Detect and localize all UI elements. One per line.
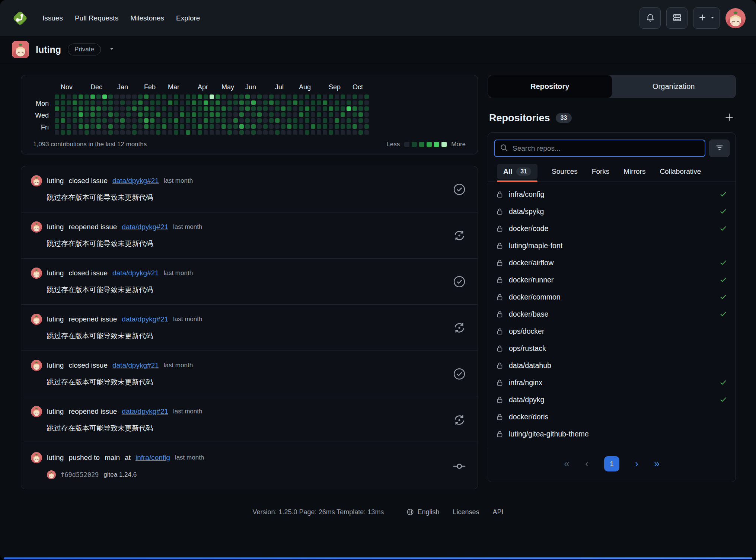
heatmap-cell — [156, 95, 160, 99]
view-tab-organization[interactable]: Organization — [612, 75, 736, 98]
repo-row[interactable]: ops/docker — [490, 323, 733, 340]
feed-item: lutingpushed tomainatinfra/configlast mo… — [21, 443, 478, 489]
feed-username[interactable]: luting — [47, 454, 64, 462]
heatmap-cell — [79, 130, 83, 135]
feed-user-avatar[interactable] — [31, 175, 42, 186]
issue-closed-icon — [452, 275, 466, 289]
profile-dropdown-caret-icon[interactable] — [109, 46, 114, 53]
heatmap-cell — [61, 112, 65, 117]
footer-link-api[interactable]: API — [492, 508, 503, 516]
gitea-logo-icon[interactable] — [10, 9, 30, 28]
heatmap-cell — [257, 130, 262, 135]
pagination-prev-button[interactable]: ‹ — [585, 459, 588, 469]
profile-avatar[interactable] — [12, 41, 29, 58]
heatmap-cell — [323, 95, 327, 99]
user-avatar[interactable] — [725, 8, 746, 28]
feed-username[interactable]: luting — [47, 223, 64, 231]
view-tab-repository[interactable]: Repository — [488, 75, 612, 98]
feed-username[interactable]: luting — [47, 315, 64, 323]
heatmap-cell — [114, 130, 119, 135]
heatmap-cell — [210, 130, 214, 135]
issue-reopened-icon — [452, 228, 466, 243]
heatmap-cell — [221, 100, 226, 105]
repo-row[interactable]: docker/airflow — [490, 254, 733, 271]
heatmap-cell — [108, 106, 113, 111]
commit-sha-link[interactable]: f69d552029 — [61, 471, 99, 479]
pagination-next-button[interactable]: › — [635, 459, 638, 469]
heatmap-cell — [245, 100, 250, 105]
heatmap-cell — [263, 112, 268, 117]
feed-target-link[interactable]: data/dpykg#21 — [122, 223, 168, 231]
admin-panel-button[interactable] — [666, 7, 688, 29]
heatmap-cell — [73, 124, 77, 129]
repo-row[interactable]: infra/config — [490, 186, 733, 203]
feed-target-link[interactable]: data/dpykg#21 — [122, 315, 168, 323]
nav-link-milestones[interactable]: Milestones — [124, 10, 170, 27]
heatmap-cell — [156, 112, 160, 117]
heatmap-legend-swatch — [404, 142, 409, 147]
heatmap-cell — [287, 112, 291, 117]
footer-link-licenses[interactable]: Licenses — [453, 508, 479, 516]
issue-closed-icon — [452, 182, 466, 196]
feed-user-avatar[interactable] — [31, 314, 42, 325]
filter-tab-mirrors[interactable]: Mirrors — [623, 163, 645, 182]
repo-filter-button[interactable] — [709, 140, 730, 157]
filter-tab-sources[interactable]: Sources — [552, 163, 578, 182]
filter-tab-forks[interactable]: Forks — [592, 163, 610, 182]
feed-target-link[interactable]: data/dpykg#21 — [112, 177, 159, 185]
add-repository-button[interactable] — [724, 112, 734, 124]
feed-user-avatar[interactable] — [31, 406, 42, 417]
nav-link-pull-requests[interactable]: Pull Requests — [69, 10, 124, 27]
repo-row[interactable]: docker/code — [490, 220, 733, 237]
heatmap-cell — [96, 124, 101, 129]
create-new-button[interactable] — [693, 7, 720, 29]
heatmap-cell — [126, 95, 131, 99]
repo-row[interactable]: ops/rustack — [490, 340, 733, 357]
heatmap-month-labels: NovDecJanFebMarAprMayJunJulAugSepOct — [55, 83, 468, 95]
footer-link-english[interactable]: English — [406, 508, 439, 516]
feed-target-link[interactable]: data/dpykg#21 — [122, 407, 168, 416]
repo-row[interactable]: luting/gitea-github-theme — [490, 425, 733, 442]
feed-target-link[interactable]: data/dpykg#21 — [112, 361, 159, 369]
repo-row[interactable]: docker/runner — [490, 271, 733, 288]
feed-username[interactable]: luting — [47, 177, 64, 185]
nav-link-issues[interactable]: Issues — [36, 10, 69, 27]
feed-user-avatar[interactable] — [31, 452, 42, 463]
feed-user-avatar[interactable] — [31, 221, 42, 233]
feed-target-link[interactable]: data/dpykg#21 — [112, 269, 159, 277]
repo-row[interactable]: luting/maple-font — [490, 237, 733, 254]
feed-branch-name[interactable]: main — [105, 454, 120, 462]
repo-row[interactable]: data/dpykg — [490, 391, 733, 408]
heatmap-cell — [347, 112, 351, 117]
filter-tab-all[interactable]: All31 — [497, 164, 538, 179]
feed-user-avatar[interactable] — [31, 360, 42, 371]
feed-target-link[interactable]: infra/config — [135, 454, 170, 462]
pagination-first-button[interactable]: « — [564, 459, 570, 469]
repo-row[interactable]: docker/doris — [490, 408, 733, 425]
repo-row[interactable]: docker/common — [490, 288, 733, 305]
repo-row[interactable]: data/spykg — [490, 203, 733, 220]
nav-links: IssuesPull RequestsMilestonesExplore — [36, 10, 206, 27]
notifications-button[interactable] — [639, 7, 661, 29]
feed-username[interactable]: luting — [47, 407, 64, 416]
pagination-last-button[interactable]: » — [654, 459, 660, 469]
repo-row[interactable]: infra/nginx — [490, 374, 733, 391]
heatmap-cell — [353, 118, 357, 123]
feed-user-avatar[interactable] — [31, 268, 42, 279]
heatmap-cell — [311, 106, 315, 111]
pagination-current-page[interactable]: 1 — [604, 456, 619, 471]
heatmap-cell — [329, 100, 333, 105]
heatmap-cell — [281, 118, 286, 123]
repo-row[interactable]: docker/base — [490, 305, 733, 323]
feed-username[interactable]: luting — [47, 269, 64, 277]
heatmap-cell — [138, 95, 143, 99]
repo-row[interactable]: data/datahub — [490, 357, 733, 374]
heatmap-cell — [233, 106, 238, 111]
nav-link-explore[interactable]: Explore — [170, 10, 206, 27]
heatmap-cell — [233, 95, 238, 99]
heatmap-cell — [317, 118, 321, 123]
repo-search-input[interactable] — [513, 144, 700, 153]
feed-username[interactable]: luting — [47, 361, 64, 369]
heatmap-cell — [162, 95, 166, 99]
filter-tab-collaborative[interactable]: Collaborative — [660, 163, 701, 182]
